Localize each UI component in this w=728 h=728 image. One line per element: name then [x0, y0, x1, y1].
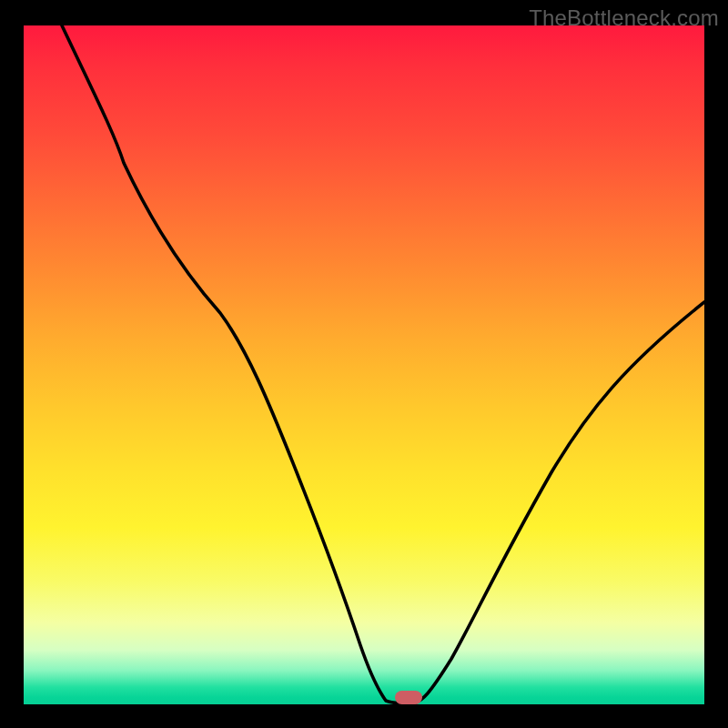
bottleneck-curve: [24, 25, 704, 704]
chart-frame: TheBottleneck.com: [0, 0, 728, 728]
sweet-spot-marker: [395, 691, 422, 704]
bottleneck-curve-path: [62, 25, 704, 703]
gradient-plot-area: [24, 25, 704, 704]
watermark-text: TheBottleneck.com: [529, 5, 719, 31]
